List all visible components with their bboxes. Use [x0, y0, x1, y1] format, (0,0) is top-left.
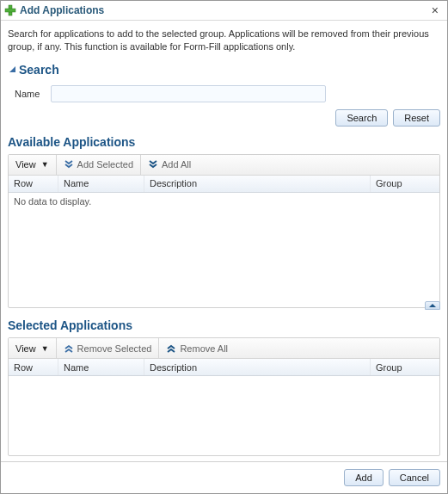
available-panel: View ▼ Add Selected Add All: [8, 154, 440, 309]
col-group[interactable]: Group: [371, 359, 439, 375]
selected-header: Selected Applications: [8, 318, 132, 332]
selected-toolbar: View ▼ Remove Selected Remove All: [9, 338, 439, 359]
svg-rect-1: [5, 9, 15, 12]
dialog-titlebar: Add Applications ×: [1, 1, 447, 21]
double-chevron-up-icon: [64, 343, 74, 354]
name-label: Name: [15, 89, 51, 99]
close-icon[interactable]: ×: [428, 4, 442, 16]
double-chevron-down-icon: [64, 159, 74, 170]
add-applications-dialog: Add Applications × Search for applicatio…: [0, 0, 448, 494]
chevron-down-icon: ▼: [41, 344, 49, 353]
disclosure-triangle-icon[interactable]: [8, 65, 17, 74]
search-section-header: Search: [8, 63, 440, 77]
col-name[interactable]: Name: [58, 359, 144, 375]
search-name-row: Name: [15, 85, 440, 102]
cancel-button[interactable]: Cancel: [389, 469, 440, 486]
col-row[interactable]: Row: [9, 176, 58, 192]
selected-panel: View ▼ Remove Selected Remove All: [8, 337, 440, 456]
col-row[interactable]: Row: [9, 359, 58, 375]
plus-icon: [4, 4, 16, 16]
selected-column-headers: Row Name Description Group: [9, 359, 439, 376]
col-description[interactable]: Description: [144, 176, 371, 192]
remove-selected-label: Remove Selected: [77, 343, 152, 354]
dialog-title: Add Applications: [20, 4, 428, 16]
collapse-toggle[interactable]: [425, 301, 440, 310]
intro-text: Search for applications to add to the se…: [8, 28, 440, 54]
dialog-content: Search for applications to add to the se…: [1, 21, 447, 461]
svg-marker-2: [9, 66, 15, 72]
available-view-menu[interactable]: View ▼: [9, 155, 56, 175]
empty-message: No data to display.: [14, 196, 91, 207]
add-button[interactable]: Add: [344, 469, 384, 486]
selected-view-menu[interactable]: View ▼: [9, 338, 56, 358]
reset-button[interactable]: Reset: [393, 109, 440, 127]
col-description[interactable]: Description: [144, 359, 371, 375]
available-grid-body: No data to display.: [9, 193, 439, 308]
selected-section-header: Selected Applications: [8, 318, 440, 332]
search-buttons: Search Reset: [8, 109, 440, 127]
dialog-footer: Add Cancel: [1, 461, 447, 493]
col-name[interactable]: Name: [58, 176, 144, 192]
add-selected-label: Add Selected: [77, 159, 133, 170]
available-section-header: Available Applications: [8, 135, 440, 149]
view-label: View: [15, 343, 36, 354]
name-input[interactable]: [51, 85, 326, 102]
available-column-headers: Row Name Description Group: [9, 176, 439, 193]
add-all-button[interactable]: Add All: [141, 155, 198, 175]
search-button[interactable]: Search: [335, 109, 388, 127]
add-selected-button[interactable]: Add Selected: [57, 155, 140, 175]
svg-marker-3: [429, 304, 436, 307]
available-header: Available Applications: [8, 135, 135, 149]
selected-grid-body: [9, 376, 439, 455]
view-label: View: [15, 159, 36, 170]
col-group[interactable]: Group: [371, 176, 439, 192]
remove-all-button[interactable]: Remove All: [159, 338, 235, 358]
available-toolbar: View ▼ Add Selected Add All: [9, 155, 439, 176]
double-chevron-down-all-icon: [148, 159, 158, 170]
add-all-label: Add All: [162, 159, 191, 170]
chevron-down-icon: ▼: [41, 160, 49, 169]
search-header: Search: [19, 63, 59, 77]
double-chevron-up-all-icon: [166, 343, 176, 354]
remove-all-label: Remove All: [180, 343, 228, 354]
remove-selected-button[interactable]: Remove Selected: [57, 338, 159, 358]
